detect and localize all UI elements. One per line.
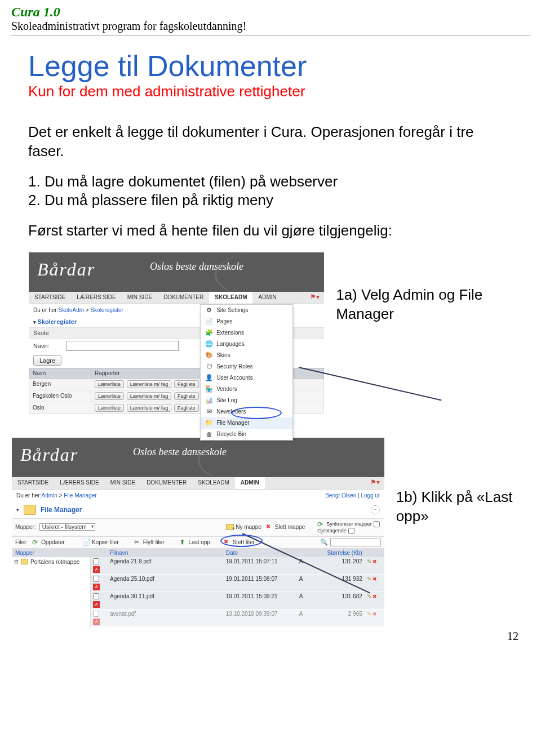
user-link[interactable]: Bengt Olsen	[325, 492, 356, 499]
select-mapper[interactable]: Usikret - filsystem	[39, 523, 95, 531]
file-name[interactable]: avsnat.pdf	[108, 610, 224, 626]
menu-languages[interactable]: 🌐Languages	[201, 339, 292, 350]
btn-laererliste[interactable]: Lærerliste	[95, 404, 124, 412]
menu-pages[interactable]: 📄Pages	[201, 316, 292, 327]
folders-header: Mapper	[12, 549, 90, 557]
file-date: 19.01.2011 15:08:07	[224, 575, 297, 592]
triangle-icon[interactable]: ▾	[16, 507, 19, 513]
edit-icon[interactable]	[367, 576, 371, 590]
menu-security-roles[interactable]: 🛡Security Roles	[201, 361, 292, 372]
edit-icon[interactable]	[367, 558, 371, 573]
th-navn: Navn	[29, 368, 91, 378]
btn-fagliste[interactable]: Fagliste	[174, 404, 199, 412]
menu-extensions[interactable]: 🧩Extensions	[201, 327, 292, 339]
chk-file[interactable]	[93, 558, 99, 564]
logout-link[interactable]: Logg ut	[361, 492, 379, 499]
btn-kopier-filer[interactable]: Kopier filer	[82, 539, 120, 546]
cell-school-name: Bergen	[29, 378, 91, 390]
tab-skoleadm[interactable]: SKOLEADM	[209, 292, 252, 304]
file-attr: A	[297, 575, 308, 592]
btn-last-opp[interactable]: Last opp	[179, 539, 211, 546]
expand-icon[interactable]: ⊟	[14, 559, 19, 564]
menu-recycle-bin[interactable]: 🗑Recycle Bin	[201, 429, 292, 440]
tab-laerers-side[interactable]: LÆRERS SIDE	[71, 292, 121, 304]
lagre-button[interactable]: Lagre	[33, 355, 61, 366]
menu-skins[interactable]: 🎨Skins	[201, 350, 292, 361]
btn-synkroniser[interactable]: ⟳Synkroniser mapper	[316, 521, 381, 528]
search-icon[interactable]	[320, 539, 328, 546]
file-name[interactable]: Agenda 21.9.pdf	[108, 557, 224, 574]
btn-laererliste[interactable]: Lærerliste	[95, 392, 124, 400]
breadcrumb-file-manager[interactable]: File Manager	[64, 492, 96, 499]
delete-icon[interactable]	[373, 576, 377, 590]
btn-fagliste[interactable]: Fagliste	[174, 380, 199, 388]
th-dato[interactable]: Dato	[224, 549, 297, 557]
pdf-icon: A	[93, 601, 100, 608]
label-gjentagende: Gjentagende	[317, 528, 347, 533]
menu-newsletters[interactable]: ✉Newsletters	[201, 406, 292, 417]
btn-oppdater[interactable]: ⟳Oppdater	[31, 539, 66, 546]
tab-startside[interactable]: STARTSIDE	[29, 292, 71, 304]
btn-slett-filer[interactable]: Slett filer	[223, 539, 256, 546]
edit-icon[interactable]	[367, 593, 371, 608]
admin-dropdown-menu: ⚙Site Settings 📄Pages 🧩Extensions 🌐Langu…	[200, 304, 293, 441]
btn-slett-mappe[interactable]: Slett mappe	[265, 523, 306, 531]
folder-root[interactable]: ⊟ Portalens rotmappe	[12, 557, 90, 567]
menu-vendors[interactable]: 🏪Vendors	[201, 384, 292, 395]
btn-laererliste-fag[interactable]: Lærerliste m/ fag	[127, 392, 172, 400]
tab-admin[interactable]: ADMIN	[235, 477, 265, 489]
chk-file[interactable]	[93, 576, 99, 582]
chk-file[interactable]	[93, 611, 99, 617]
tab-laerers-side[interactable]: LÆRERS SIDE	[54, 477, 104, 489]
delete-icon[interactable]	[373, 558, 377, 573]
tab-dokumenter[interactable]: DOKUMENTER	[158, 292, 209, 304]
gear-icon: ⚙	[205, 306, 213, 314]
label-mapper: Mapper:	[15, 524, 36, 530]
menu-file-manager[interactable]: 📁File Manager	[201, 417, 292, 429]
chk-recur[interactable]	[348, 528, 354, 534]
tab-min-side[interactable]: MIN SIDE	[105, 477, 141, 489]
tab-dokumenter[interactable]: DOKUMENTER	[141, 477, 192, 489]
file-row: A Agenda 25.10.pdf 19.01.2011 15:08:07 A…	[91, 575, 384, 592]
refresh-icon: ⟳	[32, 539, 39, 546]
menu-site-log[interactable]: 📊Site Log	[201, 395, 292, 406]
delete-icon[interactable]	[373, 593, 377, 608]
menu-user-accounts[interactable]: 👤User Accounts	[201, 372, 292, 384]
btn-ny-mappe[interactable]: Ny mappe	[225, 524, 263, 530]
tab-skoleadm[interactable]: SKOLEADM	[192, 477, 235, 489]
btn-fagliste[interactable]: Fagliste	[174, 392, 199, 400]
breadcrumb-skoleadm[interactable]: SkoleAdm	[58, 307, 84, 313]
delete-icon[interactable]	[373, 611, 377, 625]
btn-laererliste-fag[interactable]: Lærerliste m/ fag	[127, 404, 172, 412]
input-navn[interactable]	[66, 341, 179, 351]
flag-icon[interactable]: ⚑▾	[366, 477, 384, 489]
breadcrumb-admin[interactable]: Admin	[41, 492, 57, 499]
btn-laererliste[interactable]: Lærerliste	[95, 380, 124, 388]
tab-min-side[interactable]: MIN SIDE	[122, 292, 158, 304]
th-storrelse[interactable]: Størrelse (Kb)	[308, 549, 365, 557]
th-filnavn[interactable]: Filnavn	[108, 549, 224, 557]
sync-icon: ⟳	[317, 521, 325, 528]
collapse-icon[interactable]: −	[371, 505, 380, 514]
annotation-1a: 1a) Velg Admin og File Manager	[336, 252, 513, 324]
btn-flytt-filer[interactable]: Flytt filer	[133, 539, 166, 546]
breadcrumb-skoleregister[interactable]: Skoleregister	[90, 307, 123, 313]
header-rule	[11, 35, 530, 35]
file-name[interactable]: Agenda 30.11.pdf	[108, 592, 224, 609]
edit-icon[interactable]	[367, 611, 371, 625]
file-row: A avsnat.pdf 13.10.2010 09:39:07 A 2 965	[91, 610, 384, 627]
tab-admin[interactable]: ADMIN	[252, 292, 282, 304]
file-name[interactable]: Agenda 25.10.pdf	[108, 575, 224, 592]
chk-file[interactable]	[93, 593, 99, 599]
tab-startside[interactable]: STARTSIDE	[12, 477, 54, 489]
search-input[interactable]	[330, 539, 381, 546]
flag-icon[interactable]: ⚑▾	[305, 292, 324, 304]
menu-site-settings[interactable]: ⚙Site Settings	[201, 305, 292, 316]
delete-icon	[224, 539, 231, 546]
folder-icon: 📁	[205, 419, 213, 427]
chk-sync[interactable]	[374, 521, 380, 527]
intro-paragraph: Det er enkelt å legge til dokumenter i C…	[28, 123, 513, 161]
btn-laererliste-fag[interactable]: Lærerliste m/ fag	[127, 380, 172, 388]
globe-icon: 🌐	[205, 340, 213, 348]
file-date: 19.01.2011 15:09:21	[224, 592, 297, 609]
